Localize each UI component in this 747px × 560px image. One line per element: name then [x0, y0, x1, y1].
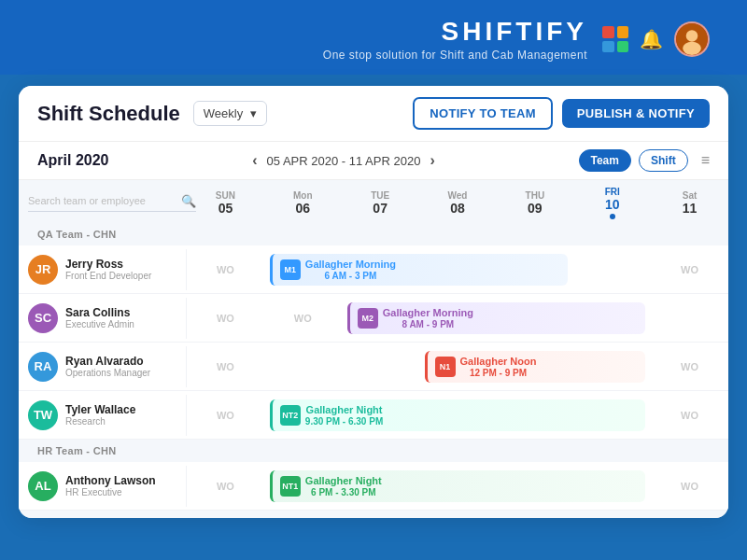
weekly-dropdown[interactable]: Weekly ▾	[193, 101, 267, 126]
employee-info-jerry: JR Jerry Ross Front End Developer	[19, 249, 187, 290]
brand-section: SHIFTIFY One stop solution for Shift and…	[37, 17, 587, 62]
shift-block[interactable]: NT1 Gallagher Night 6 PM - 3.30 PM	[270, 470, 645, 502]
avatar: AL	[28, 471, 58, 501]
shift-details: Gallagher Morning 6 AM - 3 PM	[305, 259, 396, 281]
cell-wo: WO	[187, 309, 264, 328]
grid-icon[interactable]	[602, 26, 628, 52]
employee-role: Research	[65, 416, 135, 427]
day-header-thu: THU 09	[496, 189, 573, 216]
cell-wo: WO	[651, 406, 728, 425]
weekly-label: Weekly	[204, 106, 243, 120]
cell-empty	[264, 363, 342, 371]
employee-info-sara: SC Sara Collins Executive Admin	[19, 298, 187, 339]
employee-name: Tyler Wallace	[65, 403, 135, 416]
shift-details: Gallagher Night 9.30 PM - 6.30 PM	[305, 404, 383, 427]
cell-wo: WO	[651, 260, 728, 279]
table-row: SC Sara Collins Executive Admin WO WO M2…	[19, 294, 728, 343]
avatar: TW	[28, 400, 58, 430]
header-icons: 🔔	[602, 21, 710, 57]
table-row: TW Tyler Wallace Research WO NT2 Gallagh…	[19, 391, 728, 440]
shift-cell[interactable]: M1 Gallagher Morning 6 AM - 3 PM	[264, 250, 573, 289]
employee-name: Anthony Lawson	[65, 474, 156, 487]
team-section-hr: HR Team - CHN AL Anthony Lawson HR Execu…	[19, 440, 728, 511]
cell-wo: WO	[264, 309, 342, 328]
cell-empty	[342, 363, 419, 371]
schedule-actions: NOTIFY TO TEAM PUBLISH & NOTIFY	[413, 97, 710, 130]
calendar-nav: April 2020 ‹ 05 APR 2020 - 11 APR 2020 ›…	[19, 142, 728, 180]
publish-notify-button[interactable]: PUBLISH & NOTIFY	[562, 99, 710, 128]
day-header-fri: FRI 10	[573, 186, 651, 219]
shift-badge: M1	[280, 259, 301, 280]
date-range-nav: ‹ 05 APR 2020 - 11 APR 2020 ›	[252, 152, 434, 169]
brand-title: SHIFTIFY	[37, 17, 587, 47]
employee-name: Sara Collins	[65, 306, 134, 319]
table-row: AL Anthony Lawson HR Executive WO NT1 Ga…	[19, 462, 728, 511]
bell-icon[interactable]: 🔔	[640, 28, 663, 50]
user-avatar[interactable]	[674, 21, 710, 57]
shift-block[interactable]: M2 Gallagher Morning 8 AM - 9 PM	[347, 302, 645, 334]
day-header-tue: TUE 07	[342, 189, 419, 216]
cell-wo: WO	[651, 477, 728, 496]
cell-wo: WO	[651, 357, 728, 376]
team-section-qa: QA Team - CHN JR Jerry Ross Front End De…	[19, 223, 728, 440]
search-wrap: Search team or employee 🔍	[28, 194, 196, 212]
avatar: JR	[28, 255, 58, 285]
employee-role: HR Executive	[65, 487, 156, 497]
cell-wo: WO	[187, 477, 264, 496]
shift-details: Gallagher Noon 12 PM - 9 PM	[460, 356, 537, 378]
filter-icon[interactable]: ≡	[701, 152, 710, 169]
cell-empty	[651, 315, 728, 322]
shift-badge: NT2	[280, 405, 301, 426]
view-toggle: Team Shift ≡	[579, 149, 710, 172]
shift-view-button[interactable]: Shift	[639, 149, 688, 172]
shift-badge: N1	[435, 357, 456, 377]
shift-details: Gallagher Morning 8 AM - 9 PM	[383, 307, 473, 329]
team-view-button[interactable]: Team	[579, 149, 631, 172]
search-area: Search team or employee 🔍	[19, 194, 187, 212]
month-label: April 2020	[37, 152, 108, 169]
table-row: RA Ryan Alvarado Operations Manager WO N…	[19, 343, 728, 391]
employee-role: Front End Developer	[65, 271, 151, 281]
next-week-button[interactable]: ›	[430, 152, 434, 169]
shift-cell[interactable]: M2 Gallagher Morning 8 AM - 9 PM	[342, 299, 651, 338]
cell-wo: WO	[187, 357, 264, 376]
calendar-container: Search team or employee 🔍 SUN 05 Mon 06 …	[19, 180, 728, 518]
shift-badge: NT1	[280, 476, 301, 497]
prev-week-button[interactable]: ‹	[252, 152, 257, 169]
date-range-label: 05 APR 2020 - 11 APR 2020	[267, 154, 421, 168]
shift-cell[interactable]: NT1 Gallagher Night 6 PM - 3.30 PM	[264, 467, 651, 506]
team-label-qa: QA Team - CHN	[19, 223, 728, 245]
shift-block[interactable]: M1 Gallagher Morning 6 AM - 3 PM	[270, 254, 568, 286]
employee-info-tyler: TW Tyler Wallace Research	[19, 395, 187, 436]
shift-cell[interactable]: NT2 Gallagher Night 9.30 PM - 6.30 PM	[264, 396, 651, 435]
employee-role: Executive Admin	[65, 319, 134, 329]
main-card: Shift Schedule Weekly ▾ NOTIFY TO TEAM P…	[19, 86, 728, 518]
employee-info-ryan: RA Ryan Alvarado Operations Manager	[19, 346, 187, 387]
chevron-down-icon: ▾	[250, 106, 257, 120]
employee-name: Jerry Ross	[65, 258, 151, 271]
employee-role: Operations Manager	[65, 368, 150, 378]
shift-block[interactable]: N1 Gallagher Noon 12 PM - 9 PM	[425, 351, 646, 383]
notify-team-button[interactable]: NOTIFY TO TEAM	[413, 97, 553, 130]
svg-point-2	[683, 42, 701, 55]
shift-details: Gallagher Night 6 PM - 3.30 PM	[305, 475, 382, 497]
employee-info-anthony: AL Anthony Lawson HR Executive	[19, 466, 187, 507]
cell-empty	[573, 266, 651, 273]
table-row: JR Jerry Ross Front End Developer WO M1 …	[19, 245, 728, 294]
day-header-sat: Sat 11	[651, 189, 728, 216]
shift-block[interactable]: NT2 Gallagher Night 9.30 PM - 6.30 PM	[270, 399, 645, 431]
day-header-mon: Mon 06	[264, 189, 342, 216]
schedule-header: Shift Schedule Weekly ▾ NOTIFY TO TEAM P…	[19, 86, 728, 142]
cell-wo: WO	[187, 260, 264, 279]
shift-badge: M2	[358, 308, 378, 329]
day-header-wed: Wed 08	[419, 189, 497, 216]
page-title: Shift Schedule	[37, 102, 180, 126]
shift-cell[interactable]: N1 Gallagher Noon 12 PM - 9 PM	[419, 347, 652, 386]
brand-subtitle: One stop solution for Shift and Cab Mana…	[37, 49, 587, 62]
team-label-hr: HR Team - CHN	[19, 440, 728, 462]
avatar: SC	[28, 303, 58, 333]
day-header-sun: SUN 05	[187, 189, 264, 216]
avatar: RA	[28, 352, 58, 382]
cell-wo: WO	[187, 406, 264, 425]
search-placeholder: Search team or employee	[28, 195, 146, 206]
